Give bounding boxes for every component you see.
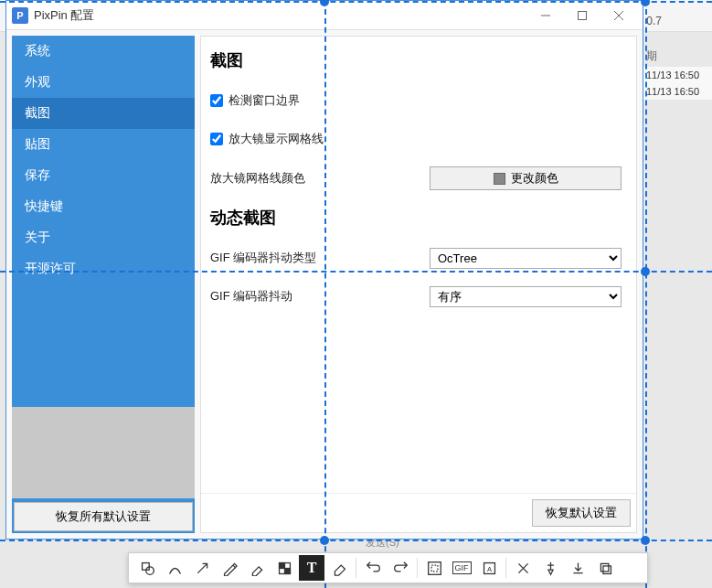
restore-defaults-button[interactable]: 恢复默认设置 [532,499,631,527]
row-grid-color: 放大镜网格线颜色 更改颜色 [210,166,627,190]
svg-rect-11 [431,565,438,572]
date-row: 11/13 16:50 [643,83,712,100]
svg-text:A: A [486,564,492,572]
checkbox-magnifier-grid[interactable] [210,133,223,145]
undo-icon[interactable] [360,555,386,581]
change-color-button[interactable]: 更改颜色 [430,166,622,190]
highlighter-icon[interactable] [244,555,270,581]
row-gif-dither: GIF 编码器抖动 有序 [210,285,627,307]
row-gif-dither-type: GIF 编码器抖动类型 OcTree [210,247,627,269]
svg-point-5 [145,566,154,574]
svg-rect-10 [428,561,441,574]
annotation-toolbar: T GIF A [128,552,648,583]
toolbar-separator [505,558,506,578]
svg-line-6 [197,563,207,572]
change-color-label: 更改颜色 [511,170,558,187]
pencil-icon[interactable] [217,555,242,581]
ocr-icon[interactable]: A [476,555,502,581]
sidebar-item-appearance[interactable]: 外观 [12,67,195,98]
svg-rect-8 [279,562,284,568]
label-gif-dither: GIF 编码器抖动 [210,288,430,305]
color-swatch-icon [494,173,505,185]
content-pane: 截图 检测窗口边界 放大镜显示网格线 放大镜网格线颜色 更改颜色 [200,36,637,533]
close-button[interactable] [600,3,637,28]
redo-icon[interactable] [388,555,413,581]
svg-rect-17 [602,565,611,573]
text-icon[interactable]: T [299,555,324,581]
svg-rect-4 [142,562,149,570]
section-screenshot-title: 截图 [210,49,627,71]
svg-rect-16 [600,563,609,572]
sidebar-item-screenshot[interactable]: 截图 [12,98,195,129]
toolbar-separator [417,558,418,578]
date-row: 11/13 16:50 [643,67,712,83]
select-gif-dither[interactable]: 有序 [430,286,622,307]
mosaic-icon[interactable] [271,555,297,581]
settings-window: P PixPin 配置 系统 外观 截图 贴图 保存 快捷键 关于 开源许可 恢… [5,0,643,540]
sidebar-item-system[interactable]: 系统 [12,36,195,67]
download-icon[interactable] [565,555,590,581]
app-icon: P [12,7,28,24]
sidebar-item-save[interactable]: 保存 [12,160,195,191]
mask-icon[interactable] [421,555,447,581]
label-gif-dither-type: GIF 编码器抖动类型 [210,250,430,266]
line-icon[interactable] [162,555,187,581]
restore-all-defaults-button[interactable]: 恢复所有默认设置 [14,502,193,531]
maximize-button[interactable] [564,3,600,28]
sidebar-item-license[interactable]: 开源许可 [12,253,195,284]
titlebar: P PixPin 配置 [6,1,643,30]
bg-version: 0.7 [646,15,662,27]
sidebar-item-pin[interactable]: 贴图 [12,129,195,160]
arrow-icon[interactable] [189,555,215,581]
sidebar-item-hotkey[interactable]: 快捷键 [12,191,195,222]
label-detect-window: 检测窗口边界 [228,92,300,109]
svg-rect-9 [284,568,290,573]
guide-bottom [0,540,712,541]
checkbox-detect-window[interactable] [210,94,223,107]
section-dynamic-title: 动态截图 [210,207,627,229]
pin-icon[interactable] [537,555,563,581]
row-detect-window: 检测窗口边界 [210,90,627,112]
copy-icon[interactable] [592,555,618,581]
close-icon[interactable] [510,555,536,581]
minimize-button[interactable] [527,3,564,28]
sidebar-spacer [12,407,195,498]
label-grid-color: 放大镜网格线颜色 [210,170,430,187]
select-gif-dither-type[interactable]: OcTree [430,248,622,269]
window-title: PixPin 配置 [34,7,527,24]
row-magnifier-grid: 放大镜显示网格线 [210,128,627,150]
background-date-column: 期 11/13 16:50 11/13 16:50 [643,46,712,100]
shape-icon[interactable] [134,555,160,581]
svg-rect-1 [579,11,587,19]
sidebar: 系统 外观 截图 贴图 保存 快捷键 关于 开源许可 恢复所有默认设置 [12,36,195,533]
gif-icon[interactable]: GIF [449,555,474,581]
date-header: 期 [643,46,712,67]
eraser-icon[interactable] [326,555,352,581]
toolbar-separator [356,558,356,578]
label-magnifier-grid: 放大镜显示网格线 [228,131,324,147]
sidebar-item-about[interactable]: 关于 [12,222,195,253]
